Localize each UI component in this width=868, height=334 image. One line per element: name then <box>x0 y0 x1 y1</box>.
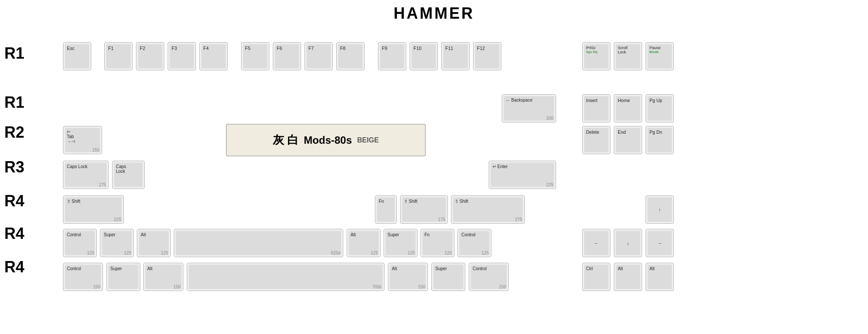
key-f1[interactable]: F1 <box>104 42 133 70</box>
key-f10[interactable]: F10 <box>410 42 438 70</box>
key-f6[interactable]: F6 <box>273 42 301 70</box>
key-left-arrow[interactable]: ← <box>582 229 610 257</box>
key-ctrl-r-150[interactable]: Control 150 <box>469 263 509 291</box>
key-pgup[interactable]: Pg Up <box>646 94 674 122</box>
row-label-r3: R3 <box>4 158 24 176</box>
key-super-r-150[interactable]: Super <box>431 263 465 291</box>
key-f7[interactable]: F7 <box>305 42 333 70</box>
key-insert[interactable]: Insert <box>582 94 610 122</box>
key-scrolllock[interactable]: ScrollLock <box>614 42 642 70</box>
row-label-r2: R2 <box>4 123 24 142</box>
key-backspace[interactable]: ← Backspace 200 <box>502 94 556 122</box>
key-f3[interactable]: F3 <box>168 42 196 70</box>
row-label-r4a: R4 <box>4 192 24 210</box>
key-esc[interactable]: Esc <box>63 42 91 70</box>
label-mods: Mods-80s <box>304 134 352 146</box>
key-f8[interactable]: F8 <box>336 42 364 70</box>
key-pause[interactable]: PauseBreak <box>646 42 674 70</box>
row-label-r4c: R4 <box>4 258 24 276</box>
key-rshift-275[interactable]: ⇧ Shift 275 <box>451 195 525 224</box>
key-alt-125[interactable]: Alt 125 <box>137 229 171 257</box>
key-pgdn[interactable]: Pg Dn <box>646 126 674 154</box>
key-up-r4[interactable]: ↑ <box>646 195 674 224</box>
key-home[interactable]: Home <box>614 94 642 122</box>
key-capslock-2[interactable]: CapsLock <box>112 161 145 189</box>
row-label-r1-fn: R1 <box>4 44 24 63</box>
key-ctrl-125[interactable]: Control 125 <box>63 229 97 257</box>
label-chinese: 灰 白 <box>273 132 298 148</box>
key-down-arrow[interactable]: ↓ <box>614 229 642 257</box>
key-lshift[interactable]: ⇧ Shift 225 <box>63 195 124 224</box>
key-ctrl-r-125[interactable]: Control 125 <box>457 229 491 257</box>
key-alt-nav2[interactable]: Alt <box>646 263 674 291</box>
key-alt-r-150[interactable]: Alt 150 <box>388 263 428 291</box>
key-space-700[interactable]: 700c <box>187 263 384 291</box>
key-f12[interactable]: F12 <box>473 42 501 70</box>
row-label-r1: R1 <box>4 93 24 112</box>
key-end[interactable]: End <box>614 126 642 154</box>
page-title: HAMMER <box>0 0 868 25</box>
key-f5[interactable]: F5 <box>241 42 269 70</box>
key-f9[interactable]: F9 <box>378 42 406 70</box>
key-prtsc[interactable]: PrtScSys Rq <box>582 42 610 70</box>
label-display: 灰 白 Mods-80s BEIGE <box>226 124 426 156</box>
key-f11[interactable]: F11 <box>441 42 470 70</box>
key-capslock-1[interactable]: Caps Lock 175 <box>63 161 109 189</box>
key-delete[interactable]: Delete <box>582 126 610 154</box>
key-ctrl-nav[interactable]: Ctrl <box>582 263 610 291</box>
key-space-625[interactable]: 625e <box>174 229 343 257</box>
row-label-r4b: R4 <box>4 225 24 243</box>
key-fn-r-125[interactable]: Fn 125 <box>421 229 454 257</box>
key-right-arrow[interactable]: → <box>646 229 674 257</box>
key-super-125[interactable]: Super 125 <box>100 229 134 257</box>
key-super-150[interactable]: Super <box>106 263 140 291</box>
key-enter[interactable]: ↵ Enter 225 <box>489 161 556 189</box>
key-rshift-175[interactable]: ⇧ Shift 175 <box>400 195 448 224</box>
label-beige: BEIGE <box>357 136 379 144</box>
key-tab[interactable]: ⊢Tab→⊣ 150 <box>63 126 102 154</box>
key-f4[interactable]: F4 <box>199 42 228 70</box>
key-alt-r-125[interactable]: Alt 125 <box>347 229 381 257</box>
key-super-r-125[interactable]: Super 125 <box>384 229 417 257</box>
key-f2[interactable]: F2 <box>136 42 164 70</box>
key-alt-nav[interactable]: Alt <box>614 263 642 291</box>
key-ctrl-150[interactable]: Control 150 <box>63 263 103 291</box>
key-alt-150[interactable]: Alt 150 <box>143 263 183 291</box>
key-fn-shift[interactable]: Fn <box>375 195 397 224</box>
